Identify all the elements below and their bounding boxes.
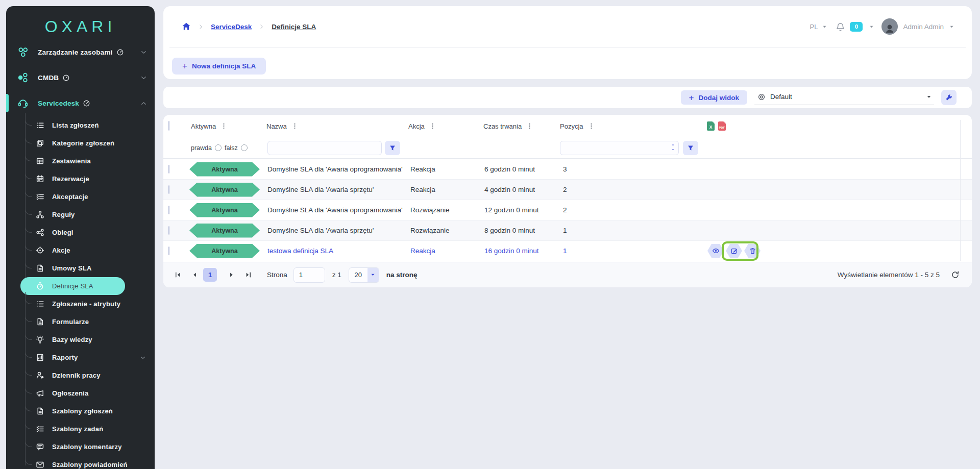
table-icon (36, 157, 44, 165)
caret-down-icon[interactable] (671, 148, 675, 152)
pozycja-filter-input[interactable] (560, 141, 679, 155)
row-action-type: Rozwiązanie (403, 206, 477, 214)
row-checkbox[interactable] (168, 165, 169, 174)
page-number-input[interactable] (293, 267, 325, 283)
row-position: 1 (554, 247, 704, 255)
avatar[interactable] (881, 18, 898, 35)
gauge-icon (116, 48, 124, 56)
row-actions (704, 244, 972, 258)
export-excel-icon[interactable]: X (707, 121, 715, 131)
divider (960, 120, 961, 261)
checklist-icon (36, 192, 44, 201)
gauge-icon (62, 74, 70, 82)
row-checkbox[interactable] (168, 246, 169, 255)
status-badge: Aktywna (189, 203, 260, 217)
breadcrumb-servicedesk[interactable]: ServiceDesk (211, 23, 252, 31)
gauge-icon (83, 100, 90, 107)
row-checkbox[interactable] (168, 185, 169, 194)
divider (169, 47, 966, 47)
column-menu-icon[interactable] (526, 122, 533, 130)
last-page-button[interactable] (243, 269, 254, 280)
chevron-down-icon[interactable] (822, 24, 827, 30)
row-position: 2 (554, 206, 704, 214)
chevron-down-icon[interactable] (949, 24, 954, 30)
bell-icon[interactable] (836, 22, 845, 32)
results-summary: Wyświetlanie elementów 1 - 5 z 5 (838, 271, 940, 279)
status-badge: Aktywna (189, 224, 260, 238)
table-row[interactable]: Aktywnatestowa definicja SLAReakcja16 go… (163, 240, 972, 261)
row-position: 3 (554, 165, 704, 173)
view-row-button[interactable] (707, 244, 724, 258)
sidebar-group-servicedesk[interactable]: Servicedesk (6, 90, 155, 116)
network-icon (36, 228, 44, 237)
row-duration: 6 godzin 0 minut (477, 165, 554, 173)
nazwa-filter-button[interactable] (385, 141, 400, 155)
export-pdf-icon[interactable]: PDF (718, 121, 726, 131)
home-icon[interactable] (182, 22, 191, 31)
sidebar-item-szablony-powiadomien[interactable]: Szablony powiadomień (6, 456, 155, 469)
column-menu-icon[interactable] (429, 122, 436, 130)
row-name: Domyślne SLA dla 'Awaria sprzętu' (260, 227, 403, 234)
copy-icon (36, 139, 44, 147)
filter-true-label: prawda (191, 144, 212, 152)
delete-row-button[interactable] (744, 244, 761, 258)
table-settings-button[interactable] (941, 90, 957, 105)
visibility-icon (757, 93, 766, 101)
document-icon (36, 317, 44, 326)
filter-true-radio[interactable] (215, 144, 222, 151)
report-icon (36, 353, 44, 362)
language-selector[interactable]: PL (810, 23, 818, 31)
filter-false-label: fałsz (225, 144, 238, 152)
breadcrumb-definicje-sla[interactable]: Definicje SLA (272, 23, 316, 31)
page-size-select[interactable]: 20 (349, 267, 379, 283)
toolbar-card: + Dodaj widok Default (163, 87, 972, 108)
sidebar-submenu: Lista zgłoszeńKategorie zgłoszeńZestawie… (6, 116, 155, 469)
caret-down-icon (926, 94, 932, 100)
table-row[interactable]: AktywnaDomyślne SLA dla 'Awaria oprogram… (163, 159, 972, 179)
table-row[interactable]: AktywnaDomyślne SLA dla 'Awaria sprzętu'… (163, 220, 972, 240)
column-menu-icon[interactable] (291, 122, 298, 130)
row-checkbox[interactable] (168, 206, 169, 214)
previous-page-button[interactable] (189, 269, 200, 280)
new-sla-definition-button[interactable]: + Nowa definicja SLA (172, 58, 266, 75)
pagination-bar: 1 Strona z 1 20 na stronę Wyświetlanie e… (163, 262, 972, 287)
select-all-checkbox[interactable] (168, 121, 169, 131)
first-page-button[interactable] (173, 269, 183, 280)
sidebar-group-zarzadzanie-zasobami[interactable]: Zarządzanie zasobami (6, 39, 155, 65)
table-row[interactable]: AktywnaDomyślne SLA dla 'Awaria oprogram… (163, 200, 972, 220)
row-name: Domyślne SLA dla 'Awaria sprzętu' (260, 186, 403, 193)
calendar-icon (36, 175, 44, 183)
sidebar-group-cmdb[interactable]: CMDB (6, 65, 155, 90)
sitemap-icon (36, 210, 44, 219)
document-icon (36, 264, 44, 273)
sidebar-item-umowy-sla[interactable]: Umowy SLA (6, 259, 155, 277)
row-checkbox[interactable] (168, 226, 169, 235)
refresh-button[interactable] (951, 270, 960, 279)
pozycja-filter-button[interactable] (683, 141, 698, 155)
plus-icon: + (689, 93, 694, 102)
view-selector[interactable]: Default (754, 90, 934, 105)
caret-up-icon[interactable] (671, 143, 675, 146)
sidebar-item-definicje-sla[interactable]: Definicje SLA (20, 277, 125, 295)
row-name[interactable]: testowa definicja SLA (260, 247, 403, 255)
column-menu-icon[interactable] (220, 122, 227, 130)
next-page-button[interactable] (226, 269, 237, 280)
sidebar: OXARI Zarządzanie zasobamiCMDBServicedes… (6, 6, 155, 469)
column-menu-icon[interactable] (588, 122, 595, 130)
column-header-czas-trwania: Czas trwania (483, 122, 522, 130)
row-duration: 8 godzin 0 minut (477, 227, 554, 234)
column-header-akcja: Akcja (408, 122, 425, 130)
filter-false-radio[interactable] (241, 144, 248, 151)
chevron-down-icon[interactable] (869, 24, 874, 30)
page-number-button[interactable]: 1 (203, 268, 217, 282)
number-stepper[interactable] (671, 143, 675, 152)
eye-icon (712, 247, 720, 255)
comment-icon (36, 442, 44, 451)
table-row[interactable]: AktywnaDomyślne SLA dla 'Awaria sprzętu'… (163, 179, 972, 200)
chevron-up-icon (140, 100, 148, 107)
edit-row-button[interactable] (726, 244, 742, 258)
chevron-right-icon (198, 24, 204, 30)
user-name[interactable]: Admin Admin (903, 23, 944, 31)
nazwa-filter-input[interactable] (267, 141, 382, 155)
add-view-button[interactable]: + Dodaj widok (681, 90, 747, 105)
